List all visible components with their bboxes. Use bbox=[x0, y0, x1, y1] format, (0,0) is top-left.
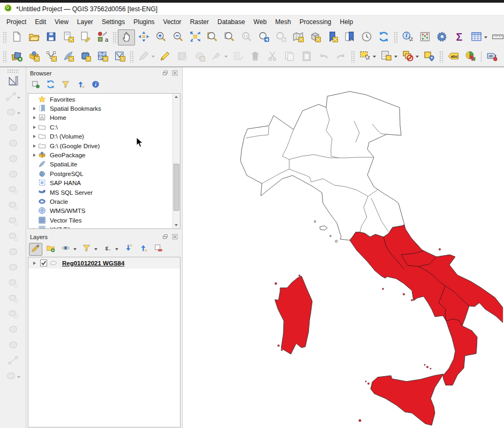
layer-visibility-checkbox[interactable] bbox=[40, 259, 47, 266]
filter-browser-button[interactable] bbox=[59, 79, 72, 92]
menu-plugins[interactable]: Plugins bbox=[129, 17, 159, 27]
select-features-by-value-dropdown-icon[interactable] bbox=[394, 56, 397, 58]
browser-item-ms-sql-server[interactable]: MS SQL Server bbox=[28, 188, 172, 197]
expand-arrow-icon[interactable] bbox=[31, 107, 38, 110]
save-project-button[interactable] bbox=[42, 29, 59, 45]
zoom-in-button[interactable] bbox=[152, 29, 169, 45]
collapse-all-layers-button[interactable] bbox=[137, 243, 150, 256]
copy-features-button[interactable] bbox=[281, 49, 298, 65]
rotate-point-symbols-button[interactable] bbox=[4, 370, 18, 384]
menu-database[interactable]: Database bbox=[213, 17, 249, 27]
menu-mesh[interactable]: Mesh bbox=[271, 17, 295, 27]
delete-selected-button[interactable] bbox=[246, 49, 264, 65]
toggle-editing-button[interactable] bbox=[156, 49, 174, 65]
new-spatialite-layer-button[interactable] bbox=[59, 49, 77, 65]
menu-settings[interactable]: Settings bbox=[97, 17, 129, 27]
open-attribute-table-dropdown-icon[interactable] bbox=[484, 36, 487, 39]
browser-item-geopackage[interactable]: GeoPackage bbox=[28, 150, 172, 159]
menu-help[interactable]: Help bbox=[336, 17, 358, 27]
measure-line-button[interactable] bbox=[489, 29, 504, 45]
select-features-button[interactable] bbox=[356, 49, 373, 65]
browser-item-postgresql[interactable]: PostgreSQL bbox=[28, 169, 172, 178]
browser-item-xyz-tiles[interactable]: XYZ Tiles bbox=[28, 225, 172, 229]
open-attribute-table-button[interactable] bbox=[468, 29, 485, 45]
delete-part-button[interactable] bbox=[6, 231, 20, 244]
show-layout-manager-button[interactable] bbox=[77, 29, 94, 45]
add-group-button[interactable] bbox=[44, 243, 57, 256]
new-project-button[interactable] bbox=[8, 29, 25, 45]
scroll-up-icon[interactable] bbox=[173, 94, 179, 100]
remove-layer-group-button[interactable] bbox=[152, 243, 165, 256]
style-manager-button[interactable]: a bbox=[94, 29, 111, 45]
menu-edit[interactable]: Edit bbox=[31, 17, 50, 27]
fill-ring-button[interactable] bbox=[6, 200, 20, 213]
split-parts-button[interactable] bbox=[6, 308, 20, 322]
expand-arrow-icon[interactable] bbox=[31, 262, 38, 265]
scroll-down-icon[interactable] bbox=[173, 222, 179, 228]
new-3d-map-view-button[interactable] bbox=[306, 29, 324, 45]
temporal-controller-panel-button[interactable] bbox=[358, 29, 375, 45]
scale-feature-button[interactable] bbox=[6, 137, 20, 151]
open-project-button[interactable] bbox=[25, 29, 42, 45]
open-layer-styling-dock-button[interactable] bbox=[29, 243, 42, 256]
zoom-to-selection-button[interactable] bbox=[204, 29, 221, 45]
vertex-tool-button[interactable] bbox=[208, 49, 225, 65]
new-geopackage-layer-button[interactable] bbox=[25, 49, 42, 65]
layers-close-button[interactable] bbox=[171, 233, 178, 240]
browser-item-vector-tiles[interactable]: Vector Tiles bbox=[28, 216, 172, 225]
rotate-feature-button[interactable] bbox=[6, 122, 20, 135]
split-features-button[interactable] bbox=[6, 293, 20, 306]
current-edits-dropdown-icon[interactable] bbox=[152, 56, 155, 58]
add-selected-layers-button[interactable] bbox=[29, 79, 42, 92]
menu-processing[interactable]: Processing bbox=[295, 17, 335, 27]
collapse-all-browser-button[interactable] bbox=[74, 79, 87, 92]
offset-curve-button[interactable] bbox=[6, 262, 20, 275]
manage-map-themes-dropdown-icon[interactable] bbox=[73, 248, 77, 250]
select-by-location-button[interactable] bbox=[420, 49, 438, 65]
expand-all-layers-button[interactable] bbox=[122, 243, 135, 256]
menu-layer[interactable]: Layer bbox=[73, 17, 97, 27]
menu-project[interactable]: Project bbox=[2, 17, 31, 27]
zoom-to-layer-button[interactable] bbox=[221, 29, 238, 45]
layer-labeling-button[interactable]: ab bbox=[484, 49, 501, 65]
identify-features-button[interactable]: i bbox=[399, 29, 416, 45]
browser-item-favorites[interactable]: Favorites bbox=[28, 95, 172, 104]
expand-arrow-icon[interactable] bbox=[31, 116, 38, 119]
merge-attributes-button[interactable] bbox=[6, 339, 20, 353]
browser-item-home[interactable]: Home bbox=[28, 113, 172, 123]
save-layer-edits-button[interactable] bbox=[174, 49, 191, 65]
new-print-layout-button[interactable] bbox=[59, 29, 77, 45]
construction-tools-dropdown-icon[interactable] bbox=[17, 97, 20, 99]
layer-labeling-options-button[interactable]: abc bbox=[445, 49, 462, 65]
open-data-source-manager-button[interactable] bbox=[8, 49, 25, 65]
reshape-features-button[interactable] bbox=[6, 246, 20, 259]
new-shapefile-layer-button[interactable] bbox=[42, 49, 59, 65]
map-canvas[interactable] bbox=[183, 67, 504, 428]
browser-item-sap-hana[interactable]: SAP HANA bbox=[28, 179, 172, 188]
zoom-to-native-resolution-button[interactable]: 1:1 bbox=[238, 29, 255, 45]
undo-button[interactable] bbox=[315, 49, 332, 65]
browser-item-d-volume[interactable]: D:\ (Volume) bbox=[28, 132, 172, 141]
trim-extend-button[interactable] bbox=[6, 355, 20, 368]
expand-arrow-icon[interactable] bbox=[31, 228, 38, 229]
add-part-button[interactable] bbox=[6, 184, 20, 197]
menu-view[interactable]: View bbox=[50, 17, 73, 27]
paste-features-button[interactable] bbox=[298, 49, 315, 65]
browser-item-spatialite[interactable]: SpatiaLite bbox=[28, 160, 172, 169]
expand-arrow-icon[interactable] bbox=[31, 126, 38, 129]
menu-web[interactable]: Web bbox=[249, 17, 270, 27]
manage-map-themes-button[interactable] bbox=[59, 243, 72, 256]
expand-arrow-icon[interactable] bbox=[31, 144, 38, 148]
delete-ring-button[interactable] bbox=[6, 215, 20, 228]
move-feature-dropdown-icon[interactable] bbox=[17, 112, 20, 114]
browser-close-button[interactable] bbox=[171, 70, 178, 77]
open-field-calculator-button[interactable] bbox=[416, 29, 433, 45]
cut-features-button[interactable] bbox=[264, 49, 281, 65]
vertex-tool-current-layer-button[interactable] bbox=[6, 277, 20, 291]
layers-float-button[interactable] bbox=[161, 233, 169, 240]
new-mesh-layer-button[interactable] bbox=[94, 49, 111, 65]
expand-arrow-icon[interactable] bbox=[31, 135, 38, 138]
processing-toolbox-button[interactable] bbox=[433, 29, 450, 45]
merge-selected-features-button[interactable] bbox=[6, 324, 20, 337]
new-virtual-layer-button[interactable] bbox=[77, 49, 94, 65]
